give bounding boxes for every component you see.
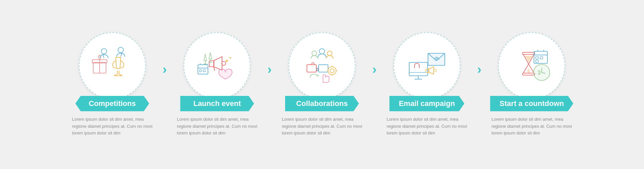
desc-collabs: Lorem ipsum dolor sit dim amet, mea regi… (282, 116, 362, 137)
step-collabs: Collaborations Lorem ipsum dolor sit dim… (268, 32, 376, 137)
label-launch: Launch event (180, 96, 254, 111)
circle-launch: ★ ★ (183, 32, 251, 99)
desc-competitions: Lorem ipsum dolor sit dim amet, mea regi… (72, 116, 153, 137)
infographic-container: Competitions Lorem ipsum dolor sit dim a… (0, 25, 644, 144)
desc-launch: Lorem ipsum dolor sit dim amet, mea regi… (177, 116, 257, 137)
circle-border-collabs (288, 32, 356, 99)
step-competitions: Competitions Lorem ipsum dolor sit dim a… (59, 32, 166, 137)
circle-border-email (393, 32, 461, 99)
circle-border-countdown (498, 32, 565, 99)
step-countdown: 3 Start a countdown Lorem ipsum dolor si… (478, 32, 585, 137)
step-wrapper-launch: ★ ★ Launch event Lorem ipsum dolo (163, 32, 268, 137)
label-countdown: Start a countdown (490, 96, 573, 111)
circle-competitions (79, 32, 146, 99)
circle-countdown: 3 (498, 32, 565, 99)
step-wrapper-competitions: Competitions Lorem ipsum dolor sit dim a… (59, 32, 164, 137)
circle-collabs (288, 32, 356, 99)
step-wrapper-email: Email campaign Lorem ipsum dolor sit dim… (373, 32, 478, 137)
step-wrapper-countdown: 3 Start a countdown Lorem ipsum dolor si… (478, 32, 585, 137)
step-email: Email campaign Lorem ipsum dolor sit dim… (373, 32, 481, 137)
label-email: Email campaign (389, 96, 465, 111)
desc-countdown: Lorem ipsum dolor sit dim amet, mea regi… (491, 116, 572, 137)
label-competitions: Competitions (75, 96, 149, 111)
step-wrapper-collabs: Collaborations Lorem ipsum dolor sit dim… (268, 32, 373, 137)
circle-border-competitions (79, 32, 146, 99)
label-collabs: Collaborations (285, 96, 359, 111)
step-launch: ★ ★ Launch event Lorem ipsum dolo (163, 32, 271, 137)
circle-email (393, 32, 461, 99)
circle-border-launch (183, 32, 251, 99)
desc-email: Lorem ipsum dolor sit dim amet, mea regi… (387, 116, 467, 137)
